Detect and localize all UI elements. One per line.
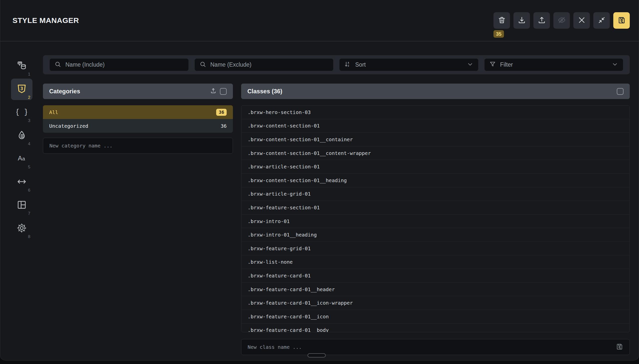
category-count-badge: 36 (216, 109, 227, 116)
paint-styles-icon (17, 60, 27, 72)
sidebar-item-typography[interactable]: Aa 5 (11, 148, 33, 170)
sidebar-item-number: 4 (28, 142, 30, 146)
topbar-actions: 35 (493, 12, 630, 29)
save-floppy-icon[interactable] (616, 343, 623, 351)
sidebar: 1 3 2 { } 3 4 Aa (0, 42, 43, 355)
sidebar-item-spacing[interactable]: 6 (11, 172, 33, 193)
save-floppy-icon (617, 16, 626, 25)
category-count: 36 (221, 123, 227, 129)
class-list-item[interactable]: .brxw-content-section-01 (241, 119, 629, 133)
class-list-item[interactable]: .brxw-feature-card-01__header (241, 283, 629, 296)
sidebar-item-number: 6 (28, 188, 30, 193)
gear-icon (17, 223, 27, 234)
class-list-item[interactable]: .brxw-article-section-01 (241, 160, 629, 174)
save-button[interactable] (613, 12, 630, 29)
close-icon (577, 16, 586, 25)
sidebar-item-number: 7 (28, 211, 30, 216)
sidebar-item-colors[interactable]: 4 (11, 125, 33, 146)
sidebar-item-variables[interactable]: { } 3 (11, 102, 33, 123)
categories-header: Categories (43, 84, 233, 99)
search-icon (199, 61, 206, 68)
topbar: STYLE MANAGER 35 (0, 0, 639, 42)
layout-grid-icon (17, 200, 27, 211)
curly-braces-icon: { } (17, 107, 27, 118)
new-class-field[interactable] (241, 339, 630, 355)
sort-dropdown[interactable]: AZ Sort (339, 59, 478, 71)
chevron-down-icon (611, 61, 618, 68)
export-button[interactable] (533, 12, 550, 29)
export-categories-icon[interactable] (210, 87, 217, 96)
chevron-down-icon (467, 61, 473, 68)
svg-text:a: a (22, 156, 25, 162)
classes-list[interactable]: .brxw-hero-section-03 .brxw-content-sect… (241, 105, 630, 332)
select-all-categories-checkbox[interactable] (220, 88, 227, 95)
eye-off-icon (558, 16, 566, 25)
collapse-button[interactable] (593, 12, 610, 29)
filter-dropdown[interactable]: Filter (484, 59, 623, 71)
style-manager-panel: STYLE MANAGER 35 (0, 0, 639, 360)
sidebar-item-styles[interactable]: 1 (11, 56, 33, 77)
name-include-field[interactable] (50, 59, 189, 71)
download-icon (518, 16, 526, 25)
css-classes-icon: 3 (17, 84, 27, 95)
new-category-input[interactable] (50, 143, 226, 149)
class-list-item[interactable]: .brxw-feature-card-01__body (241, 324, 629, 332)
categories-list: All 36 Uncategorized 36 (43, 105, 233, 133)
sidebar-item-layout[interactable]: 7 (11, 194, 33, 216)
svg-text:{ }: { } (17, 108, 27, 116)
sidebar-item-number: 5 (28, 165, 30, 170)
category-label: All (49, 109, 58, 115)
name-exclude-field[interactable] (195, 59, 333, 71)
sidebar-item-settings[interactable]: 8 (11, 218, 33, 239)
sidebar-item-classes[interactable]: 3 2 (11, 78, 33, 100)
sidebar-item-number: 1 (28, 72, 30, 77)
page-title: STYLE MANAGER (13, 16, 79, 25)
class-list-item[interactable]: .brxw-intro-01 (241, 214, 629, 228)
filter-toolbar: AZ Sort Filter (43, 55, 630, 74)
sort-label: Sort (355, 61, 366, 68)
new-category-field[interactable] (43, 138, 233, 154)
categories-title: Categories (49, 88, 80, 95)
class-list-item[interactable]: .brxw-feature-card-01__icon (241, 310, 629, 324)
arrows-horizontal-icon (17, 176, 27, 188)
class-list-item[interactable]: .brxw-feature-section-01 (241, 201, 629, 214)
sidebar-item-number: 3 (28, 118, 30, 123)
filter-label: Filter (500, 61, 513, 68)
class-list-item[interactable]: .brxw-content-section-01__container (241, 133, 629, 146)
name-include-input[interactable] (65, 61, 184, 68)
typography-icon: Aa (17, 153, 27, 165)
class-list-item[interactable]: .brxw-intro-01__heading (241, 228, 629, 242)
delete-count-badge: 35 (493, 30, 504, 38)
delete-button[interactable] (493, 12, 510, 29)
class-list-item[interactable]: .brxw-list-none (241, 256, 629, 269)
svg-text:3: 3 (20, 86, 23, 91)
class-list-item[interactable]: .brxw-feature-grid-01 (241, 242, 629, 256)
category-row-all[interactable]: All 36 (43, 105, 233, 119)
select-all-classes-checkbox[interactable] (617, 88, 623, 95)
funnel-icon (489, 61, 496, 68)
class-list-item[interactable]: .brxw-feature-card-01__icon-wrapper (241, 296, 629, 310)
class-list-item[interactable]: .brxw-hero-section-03 (241, 106, 629, 119)
classes-title: Classes (36) (247, 88, 282, 95)
new-class-input[interactable] (248, 344, 612, 350)
upload-icon (538, 16, 546, 25)
class-list-item[interactable]: .brxw-feature-card-01 (241, 269, 629, 283)
svg-text:A: A (348, 61, 349, 64)
class-list-item[interactable]: .brxw-content-section-01__heading (241, 174, 629, 187)
svg-text:Z: Z (348, 64, 349, 67)
collapse-arrows-icon (597, 16, 606, 25)
category-row-uncategorized[interactable]: Uncategorized 36 (43, 119, 233, 133)
classes-header: Classes (36) (241, 84, 630, 99)
hide-button[interactable] (553, 12, 570, 29)
close-button[interactable] (573, 12, 590, 29)
class-list-item[interactable]: .brxw-content-section-01__content-wrappe… (241, 146, 629, 160)
resize-drag-handle[interactable] (308, 353, 326, 358)
sidebar-item-number: 8 (28, 234, 30, 239)
sidebar-item-number: 2 (28, 95, 30, 100)
import-button[interactable] (513, 12, 530, 29)
svg-text:A: A (18, 154, 22, 162)
class-list-item[interactable]: .brxw-article-grid-01 (241, 187, 629, 201)
name-exclude-input[interactable] (210, 61, 329, 68)
water-drop-icon (17, 130, 27, 142)
search-icon (55, 61, 61, 68)
